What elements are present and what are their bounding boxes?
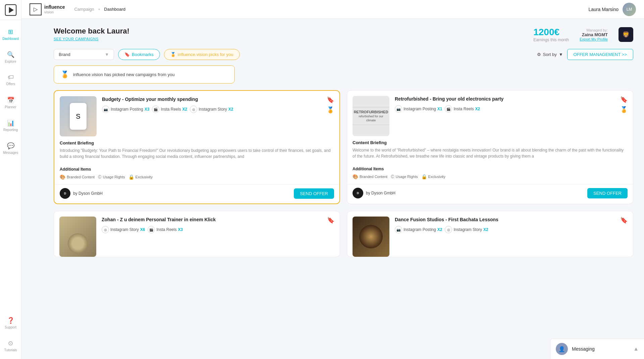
bookmark-button[interactable]: 🔖 — [327, 96, 334, 104]
campaign-card-dance-fusion: Dance Fusion Studios - First Bachata Les… — [347, 211, 633, 257]
brand-by-label: by Dyson GmbH — [73, 191, 103, 196]
tag-label: Usage Rights — [396, 175, 418, 179]
sidebar-item-support[interactable]: ❓ Support — [0, 312, 21, 334]
nav-campaign[interactable]: Campaign — [74, 7, 94, 12]
platform-label: Instagram Story — [110, 227, 139, 232]
brand-logo-dyson: D — [353, 188, 363, 198]
sidebar: ⊞ Dashboard 🔍 Explore 🏷 Offers 📅 Planner… — [0, 0, 21, 359]
tag-label: Exclusivity — [428, 175, 445, 179]
card-info: Zohan - Z u deinem Personal Trainer in e… — [102, 217, 322, 236]
messaging-widget[interactable]: 👤 Messaging ▲ — [550, 339, 644, 359]
story-icon: ◎ — [102, 226, 109, 233]
bookmarks-button[interactable]: 🔖 Bookmarks — [118, 49, 160, 60]
bookmark-button[interactable]: 🔖 — [620, 96, 628, 103]
platform-label: Instagram Story — [453, 227, 482, 232]
social-tag-instagram-story: ◎ Instagram Story X2 — [445, 226, 488, 233]
info-banner: 🏅 influence.vision has picked new campai… — [54, 65, 235, 83]
campaigns-grid: S Budgety - Optimize your monthly spendi… — [54, 90, 633, 257]
brand-dropdown[interactable]: Brand ▼ — [54, 49, 114, 60]
reels-icon: 🎬 — [152, 106, 159, 113]
sort-label: Sort by — [543, 52, 557, 57]
additional-items: Additional Items 🎨 Branded Content © Usa… — [347, 163, 633, 183]
card-footer: D by Dyson GmbH SEND OFFER — [54, 184, 339, 203]
social-tag-instagram-posting: 📷 Instagram Posting X2 — [395, 226, 442, 233]
user-avatar[interactable]: LM — [623, 3, 636, 16]
bookmark-button[interactable]: 🔖 — [620, 217, 628, 224]
send-offer-button[interactable]: SEND OFFER — [587, 188, 628, 198]
reporting-icon: 📊 — [7, 119, 14, 127]
platform-label: Insta Reels — [161, 107, 181, 112]
social-tags: ◎ Instagram Story X6 🎬 Insta Reels X3 — [102, 226, 322, 233]
count-badge: X3 — [145, 107, 150, 112]
story-icon: ◎ — [190, 106, 197, 113]
brand-dropdown-label: Brand — [59, 52, 70, 57]
card-body: Content Briefing Welcome to the world of… — [347, 136, 633, 163]
card-top: Dance Fusion Studios - First Bachata Les… — [347, 211, 633, 257]
sidebar-item-label: Reporting — [3, 128, 18, 132]
nav-dashboard[interactable]: Dashboard — [104, 7, 125, 12]
tag-label: Usage Rights — [103, 175, 125, 179]
earnings-amount: 1200€ — [533, 27, 569, 38]
reels-icon: 🎬 — [445, 105, 452, 113]
tag-usage-rights: © Usage Rights — [98, 174, 125, 180]
messages-icon: 💬 — [7, 142, 14, 149]
count-badge: X2 — [182, 107, 187, 112]
instagram-icon: 📷 — [395, 105, 402, 113]
platform-label: Insta Reels — [156, 227, 176, 232]
picks-button[interactable]: 🏅 influence.vision picks for you — [164, 49, 239, 60]
sidebar-item-label: Dashboard — [2, 37, 19, 41]
chevron-up-icon: ▲ — [633, 346, 639, 352]
tutorials-icon: ⊙ — [8, 340, 13, 347]
card-title: Zohan - Z u deinem Personal Trainer in e… — [102, 217, 322, 223]
sidebar-item-label: Planner — [5, 105, 16, 109]
instagram-icon: 📷 — [395, 226, 402, 233]
tag-label: Branded Content — [67, 175, 95, 179]
count-badge: X6 — [140, 227, 145, 232]
bookmark-button[interactable]: 🔖 — [327, 217, 334, 224]
count-badge: X2 — [228, 107, 233, 112]
social-tag-instagram-story: ◎ Instagram Story X6 — [102, 226, 145, 233]
planner-icon: 📅 — [7, 97, 14, 104]
bookmarks-label: Bookmarks — [132, 52, 154, 57]
exclusivity-icon: 🔒 — [421, 174, 427, 179]
card-top: RETROFURBISHEDrefurbished for our climat… — [347, 91, 633, 136]
banner-text: influence.vision has picked new campaign… — [73, 72, 175, 77]
tag-branded-content: 🎨 Branded Content — [60, 174, 95, 180]
campaign-card-retrofurbished: RETROFURBISHEDrefurbished for our climat… — [347, 90, 633, 204]
sidebar-item-tutorials[interactable]: ⊙ Tutorials — [0, 335, 21, 356]
offer-management-button[interactable]: OFFER MANAGEMENT >> — [567, 49, 633, 60]
card-thumbnail — [59, 217, 96, 257]
sidebar-item-offers[interactable]: 🏷 Offers — [0, 69, 21, 91]
sidebar-item-messages[interactable]: 💬 Messages — [0, 137, 21, 159]
brand-info: D by Dyson GmbH — [60, 188, 103, 199]
chevron-down-icon: ▼ — [559, 52, 563, 57]
sidebar-item-planner[interactable]: 📅 Planner — [0, 92, 21, 113]
briefing-title: Content Briefing — [60, 140, 334, 145]
filter-icon: ⚙ — [537, 52, 541, 57]
count-badge: X2 — [437, 227, 442, 232]
banner-award-icon: 🏅 — [61, 70, 69, 78]
sidebar-item-explore[interactable]: 🔍 Explore — [0, 46, 21, 68]
tag-exclusivity: 🔒 Exclusivity — [421, 174, 445, 179]
earnings-section: 1200€ Earnings this month Managed by: Za… — [533, 27, 633, 42]
sort-by-button[interactable]: ⚙ Sort by ▼ — [537, 52, 563, 57]
instagram-icon: 📷 — [102, 106, 109, 113]
send-offer-button[interactable]: SEND OFFER — [294, 188, 334, 199]
tag-branded-content: 🎨 Branded Content — [353, 174, 387, 179]
earnings-label: Earnings this month — [533, 38, 569, 42]
card-info: Dance Fusion Studios - First Bachata Les… — [395, 217, 615, 236]
see-campaigns-link[interactable]: SEE YOUR CAMPAIGNS — [54, 37, 129, 41]
platform-label: Insta Reels — [453, 107, 474, 111]
chevron-down-icon: ▼ — [105, 52, 109, 57]
earnings-block: 1200€ Earnings this month — [533, 27, 569, 42]
branded-content-icon: 🎨 — [353, 174, 358, 179]
app-logo[interactable] — [0, 0, 21, 20]
sidebar-item-dashboard[interactable]: ⊞ Dashboard — [0, 23, 21, 45]
additional-items: Additional Items 🎨 Branded Content © Usa… — [54, 164, 339, 183]
nav-separator: • — [98, 6, 100, 12]
export-profile-link[interactable]: Export My Profile — [580, 37, 608, 41]
usage-rights-icon: © — [391, 174, 394, 179]
platform-label: Instagram Story — [199, 107, 227, 112]
sidebar-item-reporting[interactable]: 📊 Reporting — [0, 115, 21, 136]
svg-marker-1 — [9, 7, 13, 13]
